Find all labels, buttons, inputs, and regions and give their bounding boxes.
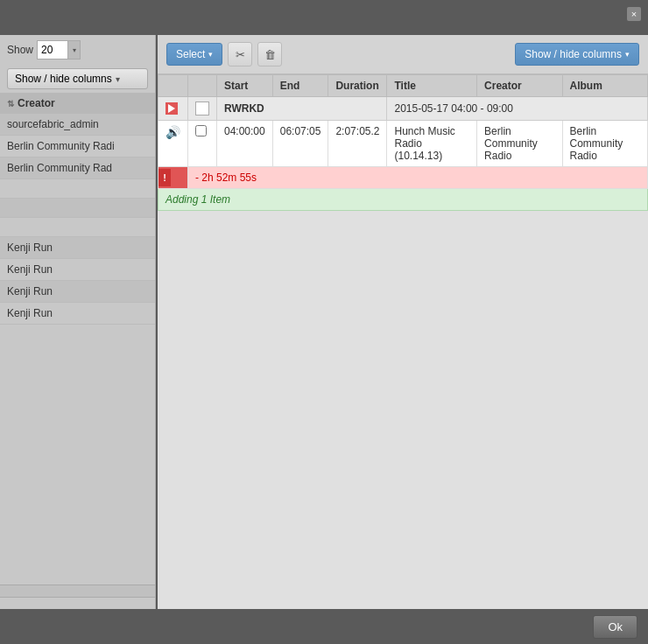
- col-title: Title: [387, 75, 477, 97]
- title-cell: Hunch Music Radio (10.14.13): [387, 121, 477, 167]
- list-item[interactable]: [0, 179, 155, 199]
- list-item[interactable]: Kenji Run: [0, 259, 155, 281]
- error-icon: !: [158, 169, 171, 186]
- list-item[interactable]: [0, 199, 155, 218]
- toolbar: Select ▾ ✂ 🗑 Show / hide columns ▾: [158, 35, 648, 74]
- audio-checkbox[interactable]: [188, 121, 217, 167]
- list-item[interactable]: Berlin Community Rad: [0, 158, 155, 179]
- horizontal-scrollbar[interactable]: [0, 584, 155, 597]
- list-item[interactable]: Kenji Run: [0, 237, 155, 259]
- list-item[interactable]: Kenji Run: [0, 281, 155, 303]
- show-hide-cols-arrow: ▾: [625, 50, 630, 59]
- delete-button[interactable]: 🗑: [257, 42, 282, 66]
- show-label: Show: [7, 44, 33, 56]
- error-indicator: !: [158, 167, 188, 189]
- list-item[interactable]: Kenji Run: [0, 303, 155, 325]
- col-end: End: [272, 75, 328, 97]
- show-hide-cols-button[interactable]: Show / hide columns ▾: [515, 43, 639, 66]
- rwrkd-name: RWRKD: [217, 97, 387, 121]
- table-header-row: Start End Duration Title Creator Album: [158, 75, 648, 97]
- speaker-icon: 🔊: [166, 125, 180, 139]
- album-cell: Berlin Community Radio: [562, 121, 647, 167]
- row-checkbox[interactable]: [195, 125, 207, 136]
- duration-cell: 2:07:05.2: [328, 121, 387, 167]
- table-container[interactable]: Start End Duration Title Creator Album: [158, 74, 648, 609]
- show-hide-cols-label: Show / hide columns: [525, 48, 622, 60]
- rwrkd-checkbox[interactable]: [188, 97, 217, 121]
- select-arrow: ▾: [208, 50, 213, 59]
- creator-header[interactable]: ⇅ Creator: [0, 93, 155, 114]
- show-hide-columns-label: Show / hide columns: [15, 73, 112, 85]
- delete-icon: 🗑: [264, 48, 276, 61]
- creator-label: Creator: [18, 97, 55, 109]
- show-hide-arrow: ▾: [116, 74, 120, 84]
- ok-button[interactable]: Ok: [593, 615, 637, 639]
- checkbox[interactable]: [195, 102, 209, 116]
- play-indicator: [166, 102, 178, 115]
- table-row-error: ! - 2h 52m 55s: [158, 167, 648, 189]
- show-row: Show ▾: [0, 35, 155, 65]
- cut-icon: ✂: [236, 48, 245, 61]
- start-cell: 04:00:00: [217, 121, 273, 167]
- col-duration: Duration: [328, 75, 387, 97]
- rwrkd-date: 2015-05-17 04:00 - 09:00: [387, 97, 648, 121]
- adding-message: Adding 1 Item: [158, 189, 648, 211]
- creator-cell: Berlin Community Radio: [477, 121, 562, 167]
- table-row[interactable]: 🔊 04:00:00 06:07:05 2:07:05.2 Hunch Musi…: [158, 121, 648, 167]
- col-indicator: [158, 75, 188, 97]
- show-input-wrap: ▾: [37, 40, 81, 60]
- error-message: - 2h 52m 55s: [188, 167, 648, 189]
- table-row-adding: Adding 1 Item: [158, 189, 648, 211]
- show-input[interactable]: [37, 40, 68, 60]
- show-hide-columns-button[interactable]: Show / hide columns ▾: [7, 68, 148, 89]
- left-panel: Show ▾ Show / hide columns ▾ ⇅ Creator s…: [0, 35, 156, 644]
- col-start: Start: [217, 75, 273, 97]
- sort-icon: ⇅: [7, 99, 14, 108]
- speaker-cell: 🔊: [158, 121, 188, 167]
- select-button[interactable]: Select ▾: [166, 43, 222, 66]
- col-checkbox: [188, 75, 217, 97]
- show-input-arrow[interactable]: ▾: [68, 40, 81, 60]
- list-item[interactable]: sourcefabric_admin: [0, 114, 155, 136]
- list-item[interactable]: [0, 218, 155, 237]
- play-arrow-icon: [168, 104, 175, 113]
- bottom-bar: Ok: [0, 609, 648, 644]
- play-cell: [158, 97, 188, 121]
- left-panel-scroll[interactable]: ⇅ Creator sourcefabric_admin Berlin Comm…: [0, 93, 155, 584]
- right-panel: Select ▾ ✂ 🗑 Show / hide columns ▾ Start…: [158, 35, 648, 609]
- main-table: Start End Duration Title Creator Album: [158, 74, 648, 211]
- list-item[interactable]: Berlin Community Radi: [0, 136, 155, 158]
- close-button[interactable]: ×: [627, 7, 641, 21]
- col-creator: Creator: [477, 75, 562, 97]
- end-cell: 06:07:05: [272, 121, 328, 167]
- select-label: Select: [176, 48, 205, 60]
- cut-button[interactable]: ✂: [228, 42, 252, 66]
- table-row[interactable]: RWRKD 2015-05-17 04:00 - 09:00: [158, 97, 648, 121]
- col-album: Album: [562, 75, 647, 97]
